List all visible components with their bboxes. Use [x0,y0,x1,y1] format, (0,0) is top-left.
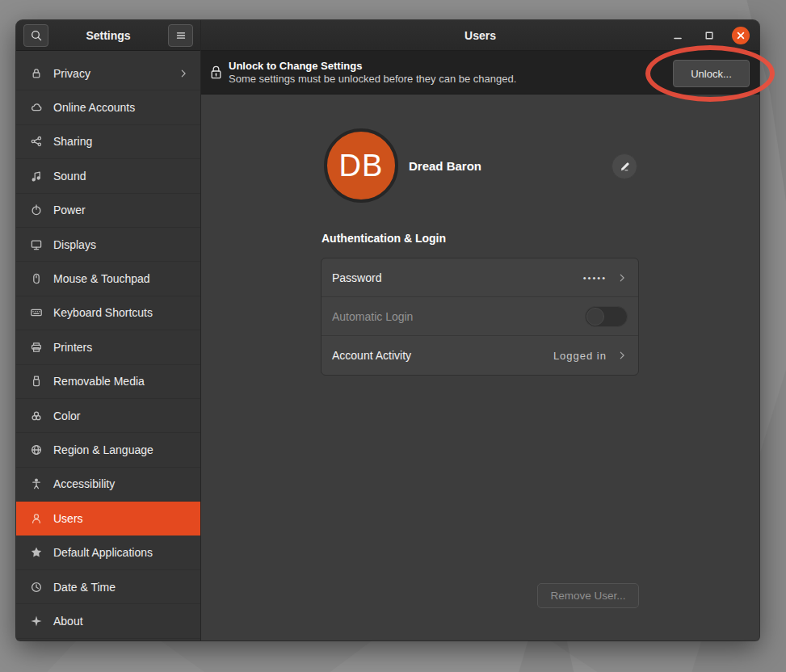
chevron-right-icon [616,350,628,361]
chevron-right-icon [616,272,628,284]
desktop-background: Settings PrivacyOnline AccountsSharingSo… [0,0,786,672]
automatic-login-row: Automatic Login [322,297,638,336]
share-icon [29,134,44,149]
automatic-login-toggle[interactable] [585,306,628,327]
flash-drive-icon [29,374,44,388]
remove-user-button[interactable]: Remove User... [537,583,639,608]
auth-login-list: Password ••••• Automatic Login Account A… [321,258,639,376]
display-icon [29,237,44,252]
sidebar-item-privacy[interactable]: Privacy [16,57,200,90]
hamburger-menu-icon [174,29,187,42]
printer-icon [29,340,44,355]
sidebar-item-accessibility[interactable]: Accessibility [16,468,200,502]
sidebar-item-label: Power [53,204,189,216]
sidebar-item-label: Removable Media [53,375,189,388]
sidebar-nav: PrivacyOnline AccountsSharingSoundPowerD… [16,51,200,640]
primary-menu-button[interactable] [168,24,193,47]
sidebar-item-printers[interactable]: Printers [16,330,200,364]
maximize-icon [704,30,715,41]
settings-window: Settings PrivacyOnline AccountsSharingSo… [16,20,759,640]
sidebar-item-sharing[interactable]: Sharing [16,125,200,159]
sidebar-item-label: Privacy [53,67,168,80]
unlock-banner: Unlock to Change Settings Some settings … [201,51,759,94]
main-headerbar: Users [201,20,759,51]
password-value: ••••• [583,273,607,283]
maximize-button[interactable] [700,27,718,44]
users-icon [29,511,44,526]
chevron-right-icon [178,68,189,79]
sidebar-item-users[interactable]: Users [16,502,200,536]
page-title: Users [464,29,496,42]
minimize-button[interactable] [669,27,687,44]
sidebar-item-date-time[interactable]: Date & Time [16,570,200,604]
sidebar-item-region-language[interactable]: Region & Language [16,433,200,467]
sidebar-item-label: Displays [53,238,189,251]
clock-icon [29,580,44,594]
user-full-name: Dread Baron [409,159,481,173]
sidebar-title: Settings [48,29,168,42]
automatic-login-label: Automatic Login [332,310,578,323]
user-avatar[interactable]: DB [324,128,398,203]
sidebar-item-displays[interactable]: Displays [16,228,200,262]
keyboard-icon [29,305,44,320]
sidebar-item-label: Date & Time [53,581,189,594]
sidebar-item-about[interactable]: About [16,604,200,638]
edit-name-button[interactable] [612,153,637,179]
color-profile-icon [29,409,44,423]
sidebar-item-label: Printers [53,341,189,354]
search-icon [30,29,43,42]
sidebar: Settings PrivacyOnline AccountsSharingSo… [16,20,201,640]
sidebar-item-color[interactable]: Color [16,399,200,433]
close-icon [736,31,746,40]
mouse-icon [29,271,44,286]
sidebar-item-label: Sharing [53,135,189,148]
unlock-banner-subtitle: Some settings must be unlocked before th… [229,73,516,86]
sidebar-item-label: Keyboard Shortcuts [53,306,189,319]
account-activity-row[interactable]: Account Activity Logged in [322,336,638,375]
password-label: Password [332,271,577,284]
power-icon [29,203,44,217]
account-activity-label: Account Activity [332,349,547,362]
sidebar-header: Settings [16,20,200,51]
sidebar-item-label: Color [53,410,189,422]
sidebar-item-label: Mouse & Touchpad [53,272,189,285]
toggle-knob [586,308,604,326]
sidebar-item-label: Region & Language [53,443,189,456]
sidebar-item-online-accounts[interactable]: Online Accounts [16,90,200,124]
sidebar-item-label: Default Applications [53,546,189,559]
main-panel: Users Unlock to Change Settings [201,20,759,640]
sidebar-item-power[interactable]: Power [16,194,200,228]
section-title: Authentication & Login [322,232,446,245]
accessibility-icon [29,477,44,491]
password-row[interactable]: Password ••••• [322,258,638,297]
music-note-icon [29,169,44,183]
sidebar-item-sound[interactable]: Sound [16,159,200,193]
sidebar-item-label: About [53,615,189,628]
sidebar-item-label: Online Accounts [53,101,189,114]
sparkle-icon [29,614,44,628]
globe-icon [29,443,44,457]
window-controls [669,20,750,51]
sidebar-item-label: Users [53,512,189,525]
pencil-icon [619,161,631,173]
unlock-button[interactable]: Unlock... [673,60,750,87]
sidebar-item-keyboard-shortcuts[interactable]: Keyboard Shortcuts [16,296,200,330]
search-button[interactable] [23,24,48,47]
unlock-banner-title: Unlock to Change Settings [229,60,516,73]
sidebar-item-default-applications[interactable]: Default Applications [16,536,200,569]
sidebar-item-removable-media[interactable]: Removable Media [16,365,200,399]
close-button[interactable] [732,27,750,44]
sidebar-item-label: Accessibility [53,477,189,490]
star-icon [29,545,44,560]
users-content: DB Dread Baron Authentication & Login Pa… [201,94,759,640]
minimize-icon [672,30,683,41]
sidebar-item-label: Sound [53,170,189,183]
sidebar-item-mouse-touchpad[interactable]: Mouse & Touchpad [16,262,200,296]
unlock-banner-text: Unlock to Change Settings Some settings … [229,60,516,86]
cloud-icon [29,100,44,115]
account-activity-value: Logged in [553,350,607,362]
lock-icon [29,66,44,81]
lock-icon [209,65,223,81]
